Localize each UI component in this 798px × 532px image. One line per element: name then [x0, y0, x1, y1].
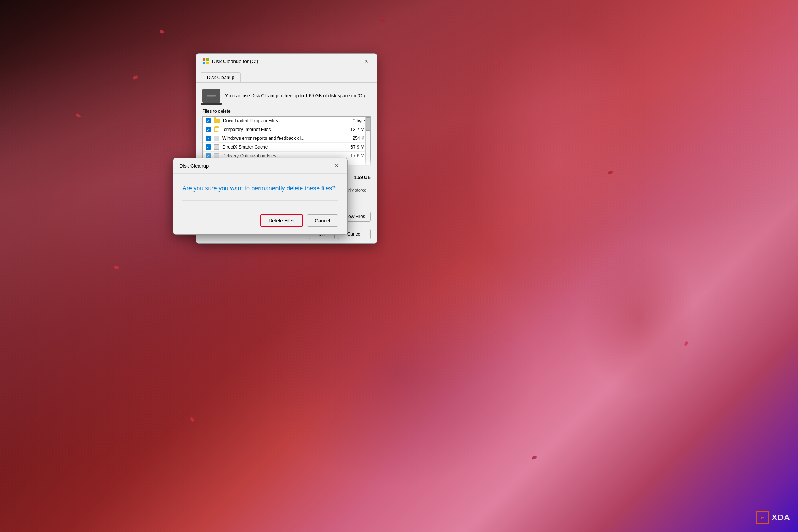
checkbox-downloaded[interactable]: ✓	[206, 118, 211, 124]
disk-info-text: You can use Disk Cleanup to free up to 1…	[225, 92, 371, 99]
confirm-question-text: Are you sure you want to permanently del…	[182, 184, 338, 193]
xda-logo: ⌐ XDA	[756, 511, 790, 524]
checkbox-error-reports[interactable]: ✓	[206, 136, 211, 141]
confirm-dialog-body: Are you sure you want to permanently del…	[173, 174, 347, 214]
file-icon	[214, 136, 219, 141]
gear-icon	[214, 144, 219, 150]
file-name-error-reports: Windows error reports and feedback di...	[222, 136, 342, 141]
folder-icon	[214, 119, 220, 124]
main-dialog-titlebar: Disk Cleanup for (C:) ✕	[196, 54, 377, 69]
confirm-dialog-title: Disk Cleanup	[179, 163, 209, 169]
space-gain-value: 1.69 GB	[354, 175, 371, 180]
confirm-close-button[interactable]: ✕	[331, 161, 343, 170]
cancel-confirm-button[interactable]: Cancel	[307, 214, 338, 227]
disk-drive-icon	[202, 89, 220, 103]
file-list-item[interactable]: ✓ Temporary Internet Files 13.7 MB	[203, 125, 370, 134]
disk-cleanup-icon	[202, 58, 209, 65]
confirm-dialog: Disk Cleanup ✕ Are you sure you want to …	[173, 158, 348, 235]
titlebar-left: Disk Cleanup for (C:)	[202, 58, 258, 65]
xda-text: XDA	[772, 513, 790, 522]
tab-disk-cleanup[interactable]: Disk Cleanup	[201, 72, 241, 82]
file-list-scrollbar[interactable]	[365, 117, 370, 165]
file-list-item[interactable]: ✓ Downloaded Program Files 0 bytes	[203, 117, 370, 125]
checkbox-directx[interactable]: ✓	[206, 144, 211, 150]
disk-info-row: You can use Disk Cleanup to free up to 1…	[202, 89, 371, 103]
file-size-directx: 67.9 MB	[345, 144, 367, 150]
confirm-button-row: Delete Files Cancel	[173, 214, 347, 234]
file-list-item[interactable]: ✓ DirectX Shader Cache 67.9 MB	[203, 143, 370, 152]
wallpaper-background	[0, 0, 798, 532]
windows-icon	[203, 58, 209, 64]
file-name-downloaded: Downloaded Program Files	[223, 118, 342, 124]
main-dialog-close-button[interactable]: ✕	[360, 57, 372, 66]
xda-bracket-icon: ⌐	[756, 511, 770, 524]
scrollbar-thumb[interactable]	[366, 117, 371, 131]
lock-icon	[214, 127, 218, 132]
file-size-error-reports: 254 KB	[345, 136, 367, 141]
file-list-item[interactable]: ✓ Windows error reports and feedback di.…	[203, 134, 370, 143]
files-to-delete-label: Files to delete:	[202, 109, 371, 114]
hair-decoration	[0, 0, 798, 532]
file-size-temp-internet: 13.7 MB	[345, 127, 367, 132]
confirm-divider	[182, 200, 338, 201]
main-dialog-title: Disk Cleanup for (C:)	[212, 59, 258, 64]
file-name-directx: DirectX Shader Cache	[222, 144, 342, 150]
file-name-temp-internet: Temporary Internet Files	[222, 127, 342, 132]
file-size-downloaded: 0 bytes	[345, 118, 367, 124]
file-size-delivery: 17.6 MB	[345, 153, 367, 158]
delete-files-button[interactable]: Delete Files	[260, 214, 303, 227]
confirm-titlebar: Disk Cleanup ✕	[173, 158, 347, 174]
tab-bar: Disk Cleanup	[196, 69, 377, 83]
checkbox-temp-internet[interactable]: ✓	[206, 127, 211, 132]
